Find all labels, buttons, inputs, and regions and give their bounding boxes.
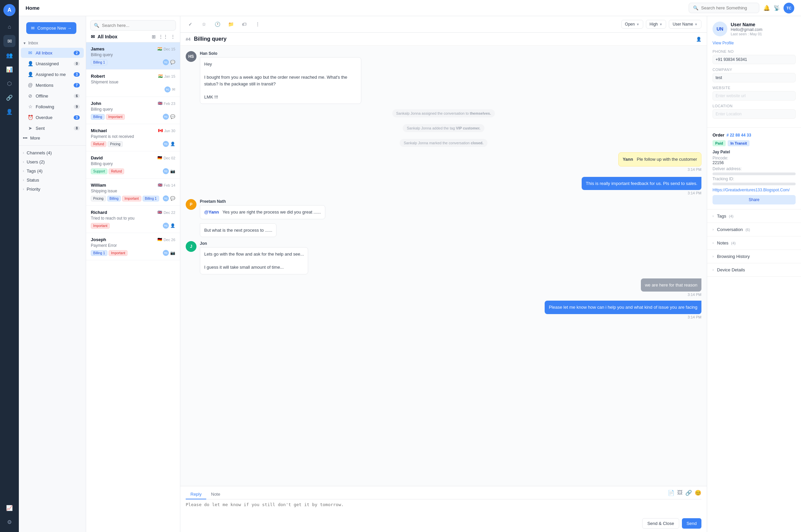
tag-pricing-william: Pricing [91,196,106,202]
browsing-history-header[interactable]: › Browsing History [707,250,801,263]
share-button[interactable]: Share [712,195,796,205]
global-search[interactable]: 🔍 [689,3,759,13]
view-profile-link[interactable]: View Profile [712,41,734,45]
search-input[interactable] [701,5,755,11]
location-value[interactable]: Enter Location [712,109,796,119]
sidebar-group-status[interactable]: › Status [19,175,86,185]
conv-item-joseph[interactable]: Joseph 🇩🇪 Dec 26 Payment Error Billing 1… [86,233,180,260]
check-button[interactable]: ✓ [186,19,195,29]
sender-han-solo: Han Solo [200,51,361,56]
device-details-header[interactable]: › Device Details [707,263,801,277]
assign-icon[interactable]: 👤 [696,37,702,42]
send-button[interactable]: Send [682,518,702,529]
conv-search-icon: 🔍 [94,23,99,28]
tag-button[interactable]: 🏷 [240,19,249,29]
conv-item-david[interactable]: David 🇩🇪 Dec 02 Billing query Support Re… [86,151,180,178]
conv-item-robert[interactable]: Robert 🇮🇳 Jan 15 Shipment issue TC ✉ [86,70,180,97]
time-outgoing-reason: 3:14 PM [641,292,702,297]
nav-inbox[interactable]: ✉ [3,35,16,47]
search-icon: 🔍 [693,5,698,11]
sidebar-item-offline[interactable]: ⊘ Offline 6 [21,91,84,101]
avatar-preetam: P [186,199,197,210]
sidebar-item-following[interactable]: ☆ Following 9 [21,101,84,112]
website-value[interactable]: Enter website url [712,91,796,100]
user-avatar-header[interactable]: TC [783,3,794,14]
main-chat: ✓ ☆ 🕐 📁 🏷 ⋮ Open ▼ High [180,16,707,532]
sidebar-item-unassigned[interactable]: 👤 Unassigned 0 [21,58,84,69]
tag-billing1-william: Billing 1 [143,196,159,202]
sidebar-item-all-inbox[interactable]: ✉ All Inbox 2 [21,48,84,58]
tab-reply[interactable]: Reply [186,490,206,499]
sidebar-item-sent[interactable]: ➤ Sent 8 [21,123,84,133]
reply-box: Reply Note 📄 🖼 🔗 😊 [180,486,707,532]
assigned-icon: 👤 [27,72,33,77]
order-customer-name: Jay Patel [712,150,796,154]
app-logo[interactable]: A [3,4,16,16]
filter-icon[interactable]: ⊞ [152,34,156,39]
clock-button[interactable]: 🕐 [212,19,222,29]
system-msg-2: Sankalp Jonna added the tag VIP customer… [403,124,484,132]
conv-item-richard[interactable]: Richard 🇬🇧 Dec 22 Tried to reach out to … [86,206,180,233]
sender-preetam: Preetam Nath [200,199,325,204]
conversation-list: 🔍 ✉ All Inbox ⊞ ⋮⋮ ⋮ [86,16,180,532]
send-close-button[interactable]: Send & Close [642,518,679,529]
assignee-dropdown[interactable]: User Name ▼ [669,20,702,28]
tag-billing1-joseph: Billing 1 [91,250,107,256]
sidebar-item-overdue[interactable]: ⏰ Overdue 3 [21,112,84,122]
nav-integrations[interactable]: ⬡ [3,77,16,90]
conv-item-james[interactable]: James 🇮🇳 Dec 15 Billing query Billing 1 [86,42,180,70]
sidebar-more[interactable]: ••• More [19,133,86,142]
avatar-tc-richard: TC [163,223,169,229]
status-chevron: › [23,178,24,182]
tag-refund-michael: Refund [91,141,106,147]
nav-settings[interactable]: ⚙ [3,516,16,528]
notes-section: › Notes (4) [707,236,801,250]
conv-item-william[interactable]: William 🇬🇧 Feb 14 Shipping issue Pricing… [86,178,180,206]
emoji-icon[interactable]: 😊 [695,490,702,498]
priority-dropdown[interactable]: High ▼ [646,20,667,28]
image-icon[interactable]: 🖼 [677,490,683,498]
all-inbox-icon: ✉ [27,50,33,56]
conv-search-input[interactable] [102,23,172,28]
conversation-header[interactable]: › Conversation (6) [707,223,801,236]
compose-button[interactable]: ✉ Compose New → [26,22,76,34]
tags-header[interactable]: › Tags (4) [707,209,801,223]
sidebar-group-users[interactable]: › Users (2) [19,157,86,167]
sidebar-item-assigned-to-me[interactable]: 👤 Assigned to me 3 [21,69,84,79]
sidebar-item-mentions[interactable]: @ Mentions 7 [21,80,84,90]
notifications-icon[interactable]: 🔔 [763,5,770,11]
conv-item-michael[interactable]: Michael 🇨🇦 Jun 30 Payment is not receive… [86,124,180,151]
notes-header[interactable]: › Notes (4) [707,236,801,249]
inbox-section-title[interactable]: ▼ Inbox [19,39,86,48]
nav-home[interactable]: ⌂ [3,21,16,33]
nav-analytics[interactable]: 📈 [3,502,16,514]
folder-button[interactable]: 📁 [226,19,236,29]
tag-billing-william: Billing [107,196,121,202]
nav-team[interactable]: 🔗 [3,92,16,103]
system-msg-1: Sankalp Jonna assigned the conversation … [392,109,495,117]
more-toolbar-button[interactable]: ⋮ [253,19,262,29]
nav-reports[interactable]: 📊 [3,63,16,75]
flag-michael: 🇨🇦 [158,129,163,133]
tab-note[interactable]: Note [206,490,225,499]
conv-search-box[interactable]: 🔍 [90,20,176,31]
link-icon[interactable]: 🔗 [685,490,692,498]
sidebar-group-tags[interactable]: › Tags (4) [19,167,86,175]
sidebar-group-priority[interactable]: › Priority [19,185,86,194]
status-dropdown[interactable]: Open ▼ [621,20,643,28]
nav-contacts[interactable]: 👥 [3,49,16,61]
attachment-icon[interactable]: 📄 [668,490,674,498]
user-card: UN User Name Hello@gmail.com Last seen :… [707,16,801,128]
conv-item-john[interactable]: John 🇬🇧 Feb 23 Billing query Billing Imp… [86,97,180,124]
reply-textarea[interactable] [186,502,702,515]
feed-icon[interactable]: 📡 [774,5,780,11]
tag-important-john: Important [106,114,125,120]
sidebar-group-channels[interactable]: › Channels (4) [19,148,86,157]
star-button[interactable]: ☆ [199,19,209,29]
offline-icon: ⊘ [27,93,33,98]
more-options-icon[interactable]: ⋮ [171,34,175,39]
order-link[interactable]: Https://Greatadventures133.Blogspot.Com/ [712,188,789,192]
nav-users[interactable]: 👤 [3,106,16,118]
compose-icon: ✉ [31,25,35,31]
view-icon[interactable]: ⋮⋮ [159,34,168,39]
